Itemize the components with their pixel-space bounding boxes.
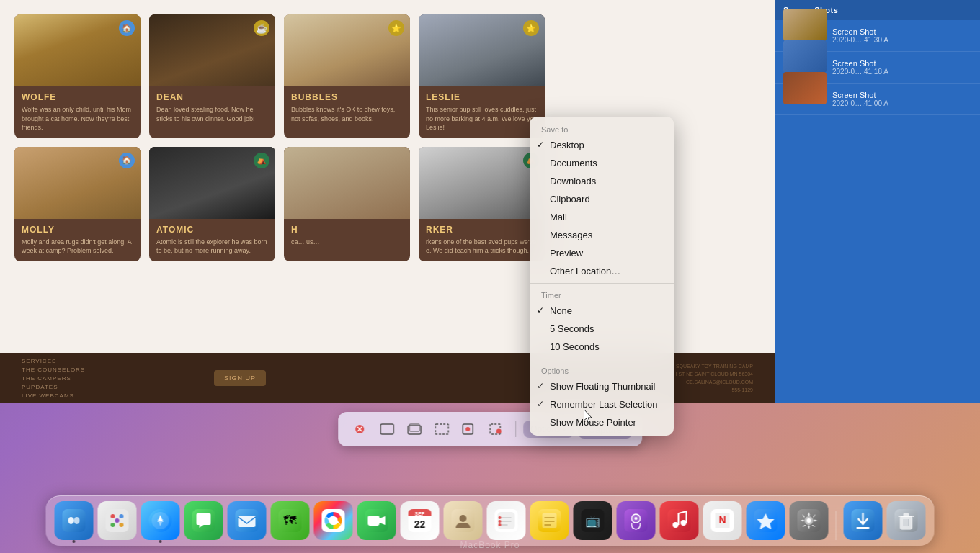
dock-item-systemprefs[interactable] <box>790 501 829 540</box>
menu-item-thumbnail[interactable]: Show Floating Thumbnail <box>530 377 674 395</box>
svg-point-60 <box>673 522 679 528</box>
screenshot-title-2: Screen Shot <box>832 59 888 68</box>
desktop: WOLFE Wolfe was an only child, until his… <box>0 0 980 553</box>
dropdown-menu: Save to Desktop Documents Downloads Clip… <box>530 117 674 436</box>
dock-item-appstore[interactable] <box>747 501 785 540</box>
screenshot-title-1: Screen Shot <box>832 27 888 36</box>
dock-item-calendar[interactable]: SEP22 <box>401 501 440 540</box>
screenshot-title-3: Screen Shot <box>832 91 888 99</box>
footer-link-pupdates[interactable]: PUPDATES <box>22 384 85 390</box>
footer-link-services[interactable]: SERVICES <box>22 358 85 364</box>
menu-item-remember[interactable]: Remember Last Selection <box>530 395 674 413</box>
screenshot-date-2: 2020-0….41.18 A <box>832 68 888 76</box>
svg-point-17 <box>111 523 115 527</box>
dog-name-leslie: LESLIE <box>426 92 538 102</box>
menu-item-other[interactable]: Other Location… <box>530 262 674 280</box>
close-button[interactable] <box>348 418 371 441</box>
dock-item-podcasts[interactable] <box>617 501 656 540</box>
dog-desc-leslie: This senior pup still loves cuddles, jus… <box>426 105 538 132</box>
svg-point-12 <box>68 517 74 524</box>
dog-desc-molly: Molly and area rugs didn't get along. A … <box>22 238 133 256</box>
dog-card-leslie: LESLIE This senior pup still loves cuddl… <box>419 14 545 138</box>
screenshot-date-1: 2020-0….41.30 A <box>832 36 888 44</box>
footer-link-campers[interactable]: THE CAMPERS <box>22 375 85 382</box>
menu-item-documents[interactable]: Documents <box>530 154 674 172</box>
dog-card-bubbles: BUBBLES Bubbles knows it's OK to chew to… <box>284 14 410 138</box>
svg-point-40 <box>460 515 467 522</box>
dog-name-wolfe: WOLFE <box>22 92 133 102</box>
dock-item-notes[interactable] <box>530 501 569 540</box>
svg-text:🗺: 🗺 <box>284 513 297 528</box>
screenshot-thumb-1 <box>783 9 827 41</box>
dog-desc-bubbles: Bubbles knows it's OK to chew toys, not … <box>291 105 403 123</box>
dock-item-mail[interactable] <box>228 501 267 540</box>
svg-point-16 <box>120 514 124 518</box>
dog-body-bubbles: BUBBLES Bubbles knows it's OK to chew to… <box>284 86 410 129</box>
dock-item-messages[interactable] <box>184 501 223 540</box>
screenshot-date-3: 2020-0….41.00 A <box>832 99 888 107</box>
dog-card-wolfe: WOLFE Wolfe was an only child, until his… <box>14 14 141 138</box>
footer-right: SQUEAKY TOY TRAINING CAMP 7TH ST NE SAIN… <box>667 362 753 395</box>
svg-text:N: N <box>718 514 726 526</box>
svg-point-48 <box>499 523 502 526</box>
dock-item-news[interactable]: N <box>703 501 742 540</box>
selection-button[interactable] <box>430 418 453 441</box>
dog-body-harker: RKER rker's one of the best aved pups we… <box>419 219 545 261</box>
dock-item-maps[interactable]: 🗺 <box>271 501 310 540</box>
menu-item-mail[interactable]: Mail <box>530 208 674 226</box>
svg-rect-32 <box>368 516 380 526</box>
svg-rect-50 <box>543 513 557 528</box>
dock-item-photos[interactable] <box>314 501 353 540</box>
dog-desc-harker: rker's one of the best aved pups we've e… <box>426 238 538 256</box>
divider-2 <box>530 359 674 359</box>
svg-point-15 <box>111 514 115 518</box>
menu-item-none[interactable]: None <box>530 302 674 320</box>
screen-record-button[interactable] <box>458 418 481 441</box>
dog-desc-dean: Dean loved stealing food. Now he sticks … <box>156 105 268 123</box>
finder-dot <box>73 540 76 543</box>
dock-item-downloads[interactable] <box>844 501 883 540</box>
svg-point-47 <box>499 520 502 523</box>
menu-item-5sec[interactable]: 5 Seconds <box>530 320 674 338</box>
menu-item-mouse[interactable]: Show Mouse Pointer <box>530 413 674 431</box>
menu-item-clipboard[interactable]: Clipboard <box>530 190 674 208</box>
window-button[interactable] <box>403 418 426 441</box>
svg-text:SEP: SEP <box>414 511 424 516</box>
screenshot-thumb-2 <box>783 40 827 73</box>
screenshot-item-3[interactable]: Screen Shot 2020-0….41.00 A <box>775 84 980 115</box>
svg-rect-73 <box>904 513 909 516</box>
dock-item-safari[interactable] <box>141 501 180 540</box>
dog-card-partial: H ca… us… <box>284 147 410 261</box>
svg-point-18 <box>120 523 124 527</box>
svg-point-61 <box>681 520 687 526</box>
dock-item-appletv[interactable]: 📺 <box>574 501 612 540</box>
footer-link-counselors[interactable]: THE COUNSELORS <box>22 367 85 373</box>
footer-signup-button[interactable]: SIGN UP <box>214 370 266 386</box>
dock-item-finder[interactable] <box>55 501 94 540</box>
svg-point-58 <box>635 517 638 520</box>
full-screen-button[interactable] <box>375 418 398 441</box>
menu-item-10sec[interactable]: 10 Seconds <box>530 338 674 356</box>
dock-item-trash[interactable] <box>887 501 926 540</box>
dock-item-contacts[interactable] <box>444 501 483 540</box>
area-record-button[interactable] <box>485 418 508 441</box>
dock-item-reminders[interactable] <box>487 501 526 540</box>
menu-item-messages[interactable]: Messages <box>530 226 674 244</box>
menu-item-downloads[interactable]: Downloads <box>530 172 674 190</box>
dog-name-harker: RKER <box>426 225 538 235</box>
svg-rect-6 <box>435 424 448 434</box>
svg-point-10 <box>496 429 502 434</box>
dock-item-facetime[interactable] <box>357 501 396 540</box>
dog-body-dean: DEAN Dean loved stealing food. Now he st… <box>149 86 275 129</box>
footer-link-webcams[interactable]: LIVE WEBCAMS <box>22 392 85 399</box>
dog-name-atomic: ATOMIC <box>156 225 268 235</box>
dog-body-wolfe: WOLFE Wolfe was an only child, until his… <box>14 86 141 138</box>
dock-item-music[interactable] <box>660 501 699 540</box>
dog-name-molly: MOLLY <box>22 225 133 235</box>
dog-card-molly: MOLLY Molly and area rugs didn't get alo… <box>14 147 141 261</box>
menu-item-desktop[interactable]: Desktop <box>530 136 674 154</box>
dog-badge-leslie: ⭐ <box>523 20 539 36</box>
dock-item-launchpad[interactable] <box>98 501 137 540</box>
svg-rect-4 <box>408 426 421 434</box>
menu-item-preview[interactable]: Preview <box>530 244 674 262</box>
